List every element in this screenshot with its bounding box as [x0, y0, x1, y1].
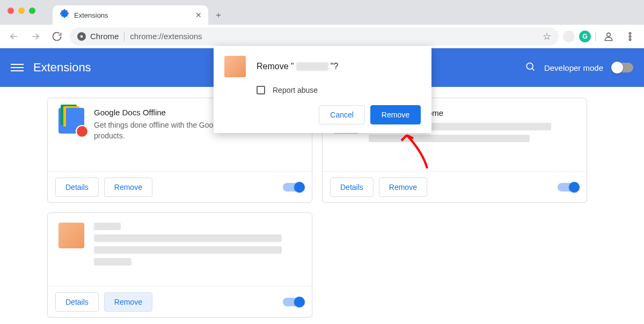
enable-toggle[interactable] — [283, 183, 304, 192]
svg-point-1 — [629, 32, 631, 34]
report-abuse-checkbox[interactable] — [257, 86, 265, 94]
browser-tab-extensions[interactable]: Extensions ✕ — [53, 5, 208, 25]
extension-icon — [58, 223, 84, 248]
svg-point-0 — [607, 33, 611, 36]
extension-card: Details Remove — [47, 212, 312, 318]
window-titlebar: Extensions ✕ ＋ — [0, 0, 644, 25]
remove-extension-dialog: Remove ""? Report abuse Cancel Remove — [214, 46, 431, 133]
search-icon[interactable] — [525, 61, 536, 74]
enable-toggle[interactable] — [283, 298, 304, 306]
google-docs-icon — [58, 108, 84, 134]
window-traffic-lights — [8, 8, 35, 14]
extension-description — [94, 234, 282, 266]
hamburger-icon[interactable] — [11, 61, 24, 74]
remove-button[interactable]: Remove — [104, 178, 152, 197]
kebab-menu-button[interactable] — [621, 28, 639, 45]
extension-name — [94, 223, 282, 230]
dialog-extension-icon — [224, 56, 246, 77]
star-icon[interactable]: ☆ — [543, 31, 551, 42]
developer-mode-label: Developer mode — [544, 63, 603, 72]
reload-button[interactable] — [48, 28, 65, 45]
omnibox-divider — [124, 32, 125, 41]
close-tab-button[interactable]: ✕ — [195, 11, 202, 19]
forward-button[interactable] — [27, 28, 44, 45]
address-bar[interactable]: Chrome chrome://extensions ☆ — [70, 27, 559, 46]
puzzle-icon — [59, 9, 70, 21]
browser-toolbar: Chrome chrome://extensions ☆ G — [0, 25, 644, 48]
confirm-remove-button[interactable]: Remove — [370, 105, 421, 124]
chrome-icon — [77, 32, 86, 41]
svg-point-2 — [629, 35, 631, 37]
details-button[interactable]: Details — [330, 178, 374, 197]
minimize-window-button[interactable] — [18, 8, 25, 14]
omnibox-url: chrome://extensions — [130, 32, 202, 41]
details-button[interactable]: Details — [55, 292, 99, 312]
zoom-window-button[interactable] — [29, 8, 35, 14]
grammarly-icon[interactable]: G — [579, 31, 591, 42]
profile-button[interactable] — [600, 28, 617, 45]
remove-button[interactable]: Remove — [104, 292, 152, 312]
page-title: Extensions — [33, 61, 91, 75]
enable-toggle[interactable] — [558, 183, 579, 192]
cancel-button[interactable]: Cancel — [319, 105, 365, 124]
close-window-button[interactable] — [8, 8, 14, 14]
back-button[interactable] — [5, 28, 23, 45]
omnibox-chip-label: Chrome — [90, 32, 119, 41]
details-button[interactable]: Details — [55, 178, 99, 197]
developer-mode-toggle[interactable] — [612, 63, 633, 72]
extension-shortcut-1[interactable] — [563, 31, 575, 42]
remove-button[interactable]: Remove — [379, 178, 427, 197]
toolbar-divider — [595, 32, 596, 41]
svg-point-3 — [629, 39, 631, 40]
new-tab-button[interactable]: ＋ — [210, 7, 226, 23]
svg-point-4 — [526, 63, 533, 69]
report-abuse-label: Report abuse — [273, 86, 318, 94]
dialog-title: Remove ""? — [257, 62, 338, 71]
tab-title: Extensions — [74, 11, 108, 19]
